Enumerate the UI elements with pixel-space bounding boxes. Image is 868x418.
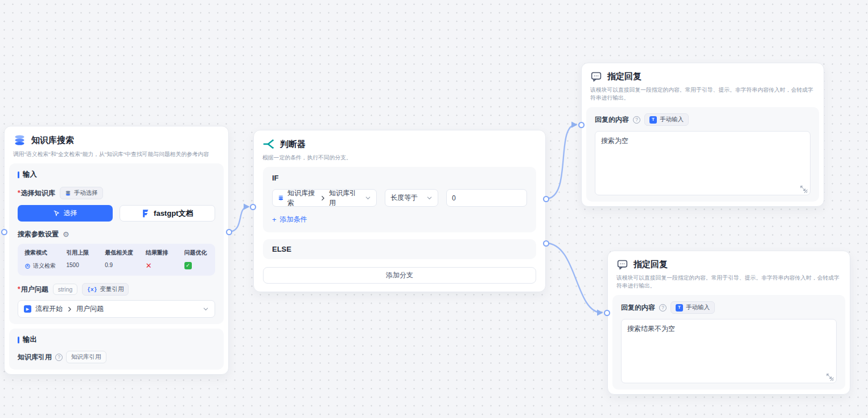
select-dataset-label: *选择知识库: [18, 188, 55, 198]
node-description: 根据一定的条件，执行不同的分支。: [254, 152, 545, 167]
node-description: 该模块可以直接回复一段指定的内容。常用于引导、提示。非字符串内容传入时，会转成字…: [608, 272, 850, 295]
cursor-click-icon: [53, 210, 60, 217]
col-header-rerank: 结果重排: [146, 249, 184, 257]
dataset-card-fastgpt[interactable]: fastgpt文档: [120, 205, 216, 222]
reply-text: 搜索结果不为空: [627, 325, 675, 333]
else-block: ELSE: [263, 239, 536, 259]
node-title: 指定回复: [633, 259, 668, 270]
reply-content-label: 回复的内容: [621, 303, 655, 313]
handle-classifier-target[interactable]: [250, 204, 256, 210]
handle-reply-top-target[interactable]: [578, 122, 585, 128]
else-label: ELSE: [272, 245, 527, 253]
dataset-search-input-panel: 输入 *选择知识库 手动选择: [9, 163, 224, 324]
if-label: IF: [272, 174, 527, 182]
rerank-disabled-icon: ✕: [146, 261, 152, 270]
database-small-icon: [278, 195, 284, 201]
reply-top-header: 指定回复: [582, 63, 824, 84]
output-section-label: 输出: [18, 335, 215, 345]
search-params-table: 搜索模式 引用上限 最低相关度 结果重排 问题优化 语义检索: [18, 244, 215, 276]
handle-dataset-search-target[interactable]: [1, 229, 7, 235]
table-row: 语义检索 1500 0.9 ✕ ✓: [24, 262, 208, 270]
edge-else-to-reply-bottom: [546, 243, 602, 313]
question-opt-enabled-icon: ✓: [184, 262, 192, 269]
add-condition-button[interactable]: + 添加条件: [272, 215, 527, 224]
node-dataset-search[interactable]: 知识库搜索 调用"语义检索"和"全文检索"能力，从"知识库"中查找可能与问题相关…: [4, 126, 229, 375]
node-description: 调用"语义检索"和"全文检索"能力，从"知识库"中查找可能与问题相关的参考内容: [5, 149, 228, 163]
output-name: 知识库引用: [18, 353, 52, 362]
chevron-down-icon: [365, 195, 371, 201]
manual-input-badge[interactable]: T 手动输入: [670, 301, 715, 314]
plus-icon: +: [272, 216, 277, 223]
reply-text-input[interactable]: 搜索结果不为空: [621, 319, 837, 383]
min-relevance-value: 0.9: [105, 262, 146, 270]
chevron-right-icon: [320, 195, 326, 201]
quote-limit-value: 1500: [66, 262, 105, 270]
reply-content-label: 回复的内容: [595, 115, 629, 125]
user-question-source: 流程开始: [35, 304, 63, 314]
manual-select-badge[interactable]: 手动选择: [60, 187, 103, 199]
variable-reference-badge[interactable]: {x} 变量引用: [82, 283, 129, 296]
add-branch-button[interactable]: 添加分支: [263, 267, 536, 284]
fastgpt-logo-icon: [141, 209, 150, 218]
dataset-search-header: 知识库搜索: [5, 126, 228, 149]
condition-value-input[interactable]: 0: [446, 189, 527, 207]
variable-icon: {x}: [87, 286, 97, 293]
reply-top-panel: 回复的内容 ? T 手动输入 搜索为空: [586, 107, 819, 202]
node-reply-bottom[interactable]: 指定回复 该模块可以直接回复一段指定的内容。常用于引导、提示。非字符串内容传入时…: [607, 251, 850, 395]
col-header-question-opt: 问题优化: [184, 249, 208, 257]
if-block: IF 知识库搜索 知识库引用: [263, 167, 536, 232]
condition-source-node: 知识库搜索: [287, 188, 316, 208]
manual-input-icon: T: [676, 304, 683, 312]
node-title: 判断器: [280, 139, 306, 150]
condition-source-select[interactable]: 知识库搜索 知识库引用: [272, 189, 377, 207]
col-header-min-relevance: 最低相关度: [105, 249, 146, 257]
node-classifier[interactable]: 判断器 根据一定的条件，执行不同的分支。 IF 知识库搜索: [253, 130, 546, 292]
handle-if-source[interactable]: [543, 196, 549, 202]
workflow-canvas[interactable]: 知识库搜索 调用"语义检索"和"全文检索"能力，从"知识库"中查找可能与问题相关…: [0, 0, 868, 418]
col-header-search-mode: 搜索模式: [24, 249, 66, 257]
section-bar: [18, 171, 19, 178]
database-small-icon: [65, 190, 71, 196]
classifier-header: 判断器: [254, 130, 545, 152]
condition-operator-select[interactable]: 长度等于: [385, 189, 438, 207]
flow-start-icon: ▶: [24, 305, 31, 313]
node-title: 指定回复: [607, 71, 641, 82]
help-icon[interactable]: ?: [659, 304, 667, 312]
node-description: 该模块可以直接回复一段指定的内容。常用于引导、提示。非字符串内容传入时，会转成字…: [582, 84, 824, 107]
col-header-quote-limit: 引用上限: [66, 249, 105, 257]
input-section-label: 输入: [18, 170, 215, 179]
handle-dataset-search-source[interactable]: [226, 229, 232, 235]
help-icon[interactable]: ?: [633, 116, 640, 124]
resize-handle-icon[interactable]: [826, 373, 834, 382]
help-icon[interactable]: ?: [55, 354, 63, 361]
chevron-down-icon: [203, 306, 209, 312]
database-icon: [13, 134, 26, 147]
handle-else-source[interactable]: [543, 240, 549, 247]
gear-icon[interactable]: ⚙: [63, 231, 69, 238]
chevron-right-icon: [67, 306, 72, 312]
edge-if-to-reply-top: [546, 125, 576, 199]
semantic-search-icon: [24, 263, 31, 269]
search-params-label: 搜索参数设置 ⚙: [18, 230, 215, 239]
select-dataset-button[interactable]: 选择: [18, 205, 113, 222]
search-mode-value: 语义检索: [33, 262, 56, 270]
manual-input-badge[interactable]: T 手动输入: [644, 113, 689, 126]
section-bar: [18, 337, 19, 343]
node-reply-top[interactable]: 指定回复 该模块可以直接回复一段指定的内容。常用于引导、提示。非字符串内容传入时…: [581, 63, 824, 207]
user-question-select[interactable]: ▶ 流程开始 用户问题: [18, 300, 215, 318]
output-value-badge: 知识库引用: [66, 351, 106, 363]
user-question-field: 用户问题: [76, 304, 104, 314]
reply-bottom-panel: 回复的内容 ? T 手动输入 搜索结果不为空: [612, 295, 845, 390]
reply-text-input[interactable]: 搜索为空: [595, 131, 811, 195]
resize-handle-icon[interactable]: [800, 185, 808, 194]
node-title: 知识库搜索: [31, 135, 74, 146]
condition-value: 0: [452, 194, 456, 202]
branch-icon: [262, 138, 275, 150]
reply-bottom-header: 指定回复: [608, 251, 850, 272]
edge-search-to-classifier: [229, 207, 248, 232]
manual-input-icon: T: [649, 116, 657, 124]
user-question-label: *用户问题: [18, 285, 48, 294]
chat-bubble-icon: [590, 71, 602, 83]
reply-text: 搜索为空: [601, 137, 628, 145]
handle-reply-bottom-target[interactable]: [604, 310, 610, 316]
